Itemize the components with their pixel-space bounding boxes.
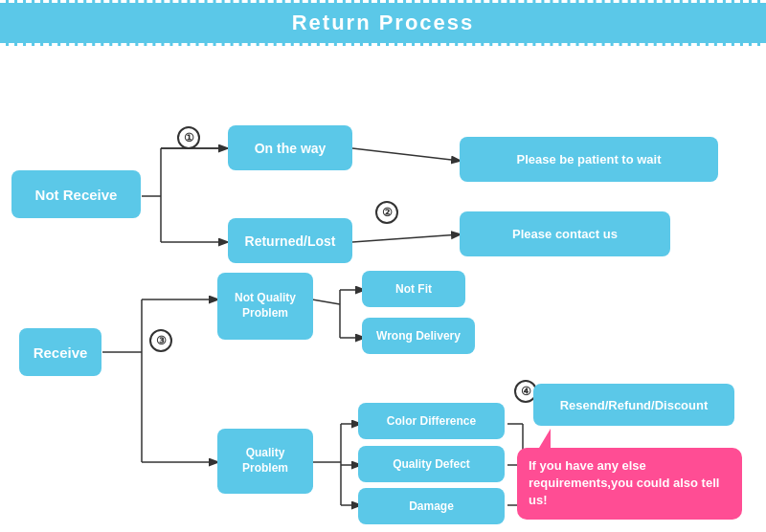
please-wait-node: Please be patient to wait — [460, 137, 718, 182]
svg-line-6 — [352, 234, 460, 242]
resend-node: Resend/Refund/Discount — [533, 384, 734, 426]
returned-lost-node: Returned/Lost — [228, 218, 352, 263]
wrong-delivery-node: Wrong Delivery — [362, 318, 475, 354]
circle-3: ③ — [149, 329, 172, 352]
please-contact-node: Please contact us — [460, 211, 670, 256]
quality-node: Quality Problem — [217, 429, 313, 494]
svg-line-11 — [312, 299, 340, 304]
page-title: Return Process — [292, 11, 475, 34]
circle-1: ① — [177, 126, 200, 149]
receive-node: Receive — [19, 328, 101, 376]
on-the-way-node: On the way — [228, 125, 352, 170]
color-diff-node: Color Difference — [358, 403, 505, 439]
main-content: Not Receive ① On the way Returned/Lost ②… — [0, 46, 766, 532]
quality-defect-node: Quality Defect — [358, 446, 505, 482]
header: Return Process — [0, 0, 766, 46]
svg-line-5 — [352, 148, 460, 161]
not-quality-node: Not Quality Problem — [217, 273, 313, 340]
not-fit-node: Not Fit — [362, 271, 465, 307]
not-receive-node: Not Receive — [11, 170, 141, 218]
speech-bubble: If you have any else requirements,you co… — [517, 448, 742, 520]
damage-node: Damage — [358, 488, 505, 524]
circle-2: ② — [375, 201, 398, 224]
